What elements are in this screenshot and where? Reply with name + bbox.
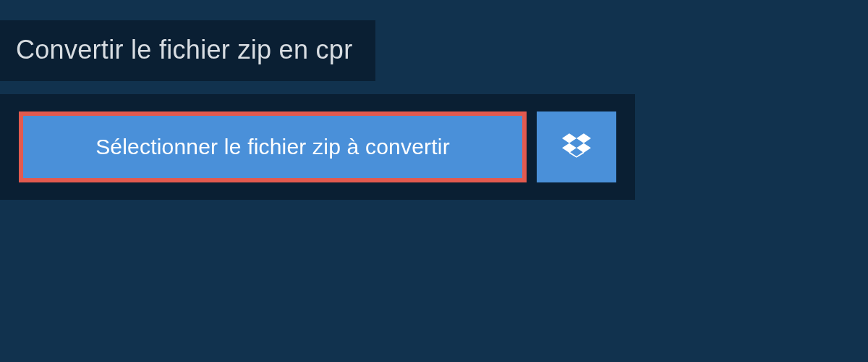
select-file-button[interactable]: Sélectionner le fichier zip à convertir	[19, 111, 527, 182]
upload-panel: Sélectionner le fichier zip à convertir	[0, 94, 635, 200]
dropbox-icon	[562, 131, 591, 163]
page-title: Convertir le fichier zip en cpr	[16, 35, 352, 65]
dropbox-button[interactable]	[537, 111, 616, 182]
header-bar: Convertir le fichier zip en cpr	[0, 20, 375, 81]
